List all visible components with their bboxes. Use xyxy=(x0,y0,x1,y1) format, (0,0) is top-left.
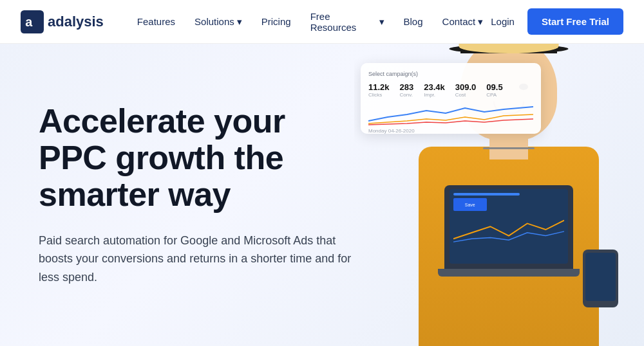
hero-section: Accelerate your PPC growth the smarter w… xyxy=(0,44,644,346)
hero-right: Select campaign(s) 11.2k Clicks 283 Conv… xyxy=(354,44,644,346)
chart-area xyxy=(368,103,533,125)
svg-text:a: a xyxy=(25,15,33,29)
login-link[interactable]: Login xyxy=(491,16,515,27)
nav-links: Features Solutions ▾ Pricing Free Resour… xyxy=(129,6,491,38)
nav-item-contact[interactable]: Contact ▾ xyxy=(435,11,491,33)
nav-item-free-resources[interactable]: Free Resources ▾ xyxy=(303,6,392,38)
nav-item-solutions[interactable]: Solutions ▾ xyxy=(187,11,250,33)
person-laptop: Save xyxy=(444,185,573,269)
hero-heading: Accelerate your PPC growth the smarter w… xyxy=(39,103,354,214)
chevron-down-icon: ▾ xyxy=(478,16,483,28)
hero-left: Accelerate your PPC growth the smarter w… xyxy=(0,44,354,346)
person-phone xyxy=(583,250,618,307)
metric-conv: 283 Conv. xyxy=(400,82,414,98)
laptop-screen: Save xyxy=(450,189,568,264)
chevron-down-icon: ▾ xyxy=(237,16,242,28)
dashboard-card: Select campaign(s) 11.2k Clicks 283 Conv… xyxy=(361,63,541,134)
nav-item-pricing[interactable]: Pricing xyxy=(254,11,299,32)
laptop-base xyxy=(438,269,580,277)
hero-subtext: Paid search automation for Google and Mi… xyxy=(39,232,354,287)
card-metrics: 11.2k Clicks 283 Conv. 23.4k Impr. 309.0… xyxy=(368,82,533,98)
nav-item-features[interactable]: Features xyxy=(129,11,183,32)
nav-item-blog[interactable]: Blog xyxy=(396,11,431,32)
start-free-trial-button[interactable]: Start Free Trial xyxy=(527,8,623,35)
card-header-label: Select campaign(s) xyxy=(368,71,533,77)
logo-text: adalysis xyxy=(48,14,104,30)
nav-right: Login Start Free Trial xyxy=(491,8,623,35)
navbar: a adalysis Features Solutions ▾ Pricing … xyxy=(0,0,644,44)
metric-cpa: 09.5 CPA xyxy=(486,82,502,98)
person-necklace xyxy=(483,147,535,149)
metric-clicks: 11.2k Clicks xyxy=(368,82,390,98)
card-date-label: Monday 04-26-2020 xyxy=(368,128,533,134)
logo[interactable]: a adalysis xyxy=(21,10,104,33)
chevron-down-icon: ▾ xyxy=(379,16,384,28)
metric-cost: 309.0 Cost xyxy=(455,82,477,98)
metric-impr: 23.4k Impr. xyxy=(424,82,445,98)
